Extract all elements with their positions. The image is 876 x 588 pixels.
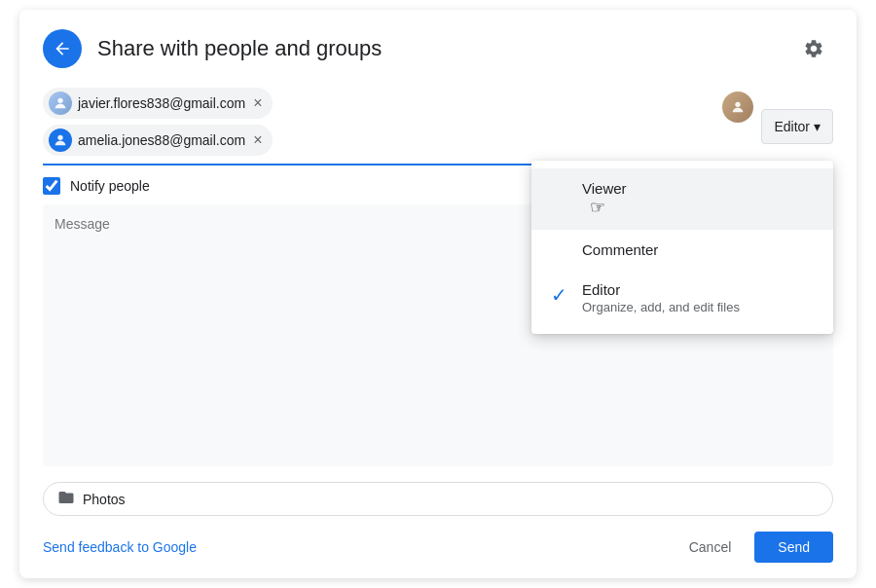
recipient-chip-2: amelia.jones88@gmail.com × <box>43 125 273 156</box>
editor-check-icon: ✓ <box>551 283 570 307</box>
avatar-third <box>722 92 753 123</box>
chips-container: javier.flores838@gmail.com × amelia.jone… <box>43 88 714 165</box>
viewer-label: Viewer <box>582 180 814 197</box>
header-left: Share with people and groups <box>43 29 382 68</box>
avatar-javier <box>49 92 72 115</box>
chip-email-1: javier.flores838@gmail.com <box>78 95 245 111</box>
back-button[interactable] <box>43 29 82 68</box>
dropdown-arrow-icon: ▾ <box>814 119 821 134</box>
footer: Send feedback to Google Cancel Send <box>43 532 833 563</box>
folder-label: Photos <box>83 492 126 507</box>
role-dropdown: Viewer ☞ Commenter ✓ Editor Organize, ad… <box>531 161 833 334</box>
dropdown-item-viewer[interactable]: Viewer ☞ <box>531 168 833 230</box>
footer-buttons: Cancel Send <box>674 532 833 563</box>
recipient-chip-1: javier.flores838@gmail.com × <box>43 88 273 119</box>
editor-content: Editor Organize, add, and edit files <box>582 281 814 314</box>
share-input-area: javier.flores838@gmail.com × amelia.jone… <box>43 88 833 165</box>
send-button[interactable]: Send <box>754 532 833 563</box>
avatar-amelia <box>49 129 72 152</box>
commenter-label: Commenter <box>582 241 814 258</box>
photos-badge: Photos <box>43 482 833 516</box>
chip-email-2: amelia.jones88@gmail.com <box>78 132 245 148</box>
commenter-content: Commenter <box>582 241 814 258</box>
feedback-link[interactable]: Send feedback to Google <box>43 539 197 555</box>
dialog-header: Share with people and groups <box>43 29 833 68</box>
editor-dropdown-button[interactable]: Editor ▾ <box>761 109 833 144</box>
viewer-content: Viewer ☞ <box>582 180 814 218</box>
folder-icon <box>57 489 75 509</box>
share-dialog: Share with people and groups javier.flor… <box>19 10 857 578</box>
chip-close-1[interactable]: × <box>253 95 262 111</box>
svg-point-0 <box>57 98 62 103</box>
editor-description: Organize, add, and edit files <box>582 300 814 314</box>
editor-button-label: Editor <box>774 119 810 134</box>
cancel-button[interactable]: Cancel <box>674 532 748 563</box>
dropdown-item-commenter[interactable]: Commenter <box>531 230 833 270</box>
dropdown-item-editor[interactable]: ✓ Editor Organize, add, and edit files <box>531 270 833 326</box>
notify-checkbox[interactable] <box>43 177 60 195</box>
notify-label: Notify people <box>70 178 150 194</box>
page-title: Share with people and groups <box>97 36 382 61</box>
editor-label: Editor <box>582 281 814 298</box>
svg-point-1 <box>57 135 62 140</box>
settings-button[interactable] <box>794 29 833 68</box>
svg-point-2 <box>736 102 741 107</box>
cursor-icon: ☞ <box>590 197 605 218</box>
chip-close-2[interactable]: × <box>253 132 262 148</box>
